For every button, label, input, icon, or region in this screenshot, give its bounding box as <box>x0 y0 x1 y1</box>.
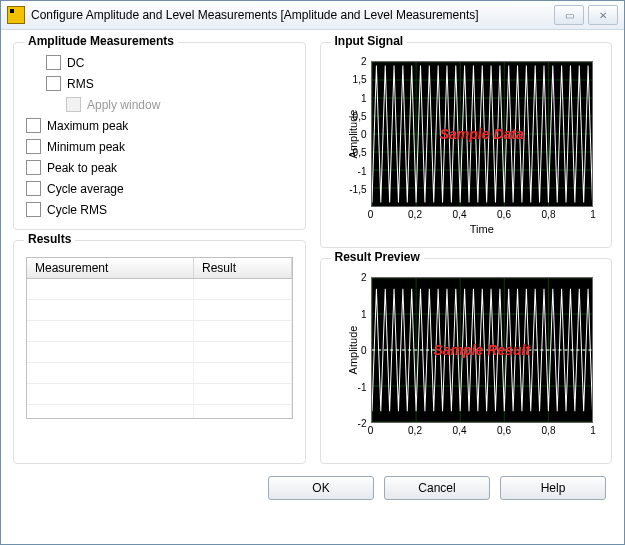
y-tick: -1 <box>358 381 367 392</box>
x-axis-label: Time <box>470 223 494 235</box>
options-list: DC RMS Apply window Maximum peak Minimum… <box>26 55 293 217</box>
y-tick: -1 <box>358 165 367 176</box>
x-tick: 0,2 <box>408 425 422 436</box>
ok-button[interactable]: OK <box>268 476 374 500</box>
close-button[interactable]: ✕ <box>588 5 618 25</box>
checkbox-label: Apply window <box>87 98 160 112</box>
table-header: Measurement Result <box>27 258 292 279</box>
col-measurement[interactable]: Measurement <box>27 258 194 278</box>
checkbox-label: RMS <box>67 77 94 91</box>
x-tick: 0 <box>368 425 374 436</box>
y-axis-label: Amplitude <box>347 326 359 375</box>
dialog-body: Amplitude Measurements DC RMS Apply wind… <box>1 30 624 544</box>
group-input-signal: Input Signal Amplitude -1,5-1-0,500,511,… <box>320 42 613 248</box>
chart-input-signal: Amplitude -1,5-1-0,500,511,52 Sample Dat… <box>333 55 600 235</box>
y-tick: 1,5 <box>353 74 367 85</box>
table-row[interactable] <box>27 363 292 384</box>
table-row[interactable] <box>27 342 292 363</box>
results-table[interactable]: Measurement Result <box>26 257 293 419</box>
plot-area: Sample Result <box>371 277 594 423</box>
checkbox-rms[interactable]: RMS <box>46 76 293 91</box>
help-context-button[interactable]: ▭ <box>554 5 584 25</box>
y-tick: -0,5 <box>349 147 366 158</box>
help-button[interactable]: Help <box>500 476 606 500</box>
table-row[interactable] <box>27 279 292 300</box>
x-tick: 0 <box>368 209 374 220</box>
checkbox-cycle-rms[interactable]: Cycle RMS <box>26 202 293 217</box>
col-result[interactable]: Result <box>194 258 292 278</box>
y-tick: 0 <box>361 129 367 140</box>
table-row[interactable] <box>27 300 292 321</box>
group-legend: Results <box>24 232 75 246</box>
checkbox-label: Peak to peak <box>47 161 117 175</box>
checkbox-label: DC <box>67 56 84 70</box>
chart-result-preview: Amplitude -2-1012 Sample Result 00,20,40… <box>333 271 600 451</box>
x-tick: 0,6 <box>497 209 511 220</box>
group-legend: Result Preview <box>331 250 424 264</box>
dialog-buttons: OK Cancel Help <box>13 472 612 502</box>
checkbox-peak-to-peak[interactable]: Peak to peak <box>26 160 293 175</box>
columns: Amplitude Measurements DC RMS Apply wind… <box>13 42 612 464</box>
x-tick: 0,4 <box>453 209 467 220</box>
y-tick: 0 <box>361 345 367 356</box>
group-legend: Amplitude Measurements <box>24 34 178 48</box>
checkbox-dc[interactable]: DC <box>46 55 293 70</box>
x-tick: 0,4 <box>453 425 467 436</box>
y-tick: 1 <box>361 92 367 103</box>
y-tick: 1 <box>361 308 367 319</box>
x-tick: 1 <box>590 425 596 436</box>
chart: Amplitude -1,5-1-0,500,511,52 Sample Dat… <box>333 55 600 235</box>
group-legend: Input Signal <box>331 34 408 48</box>
checkbox-label: Minimum peak <box>47 140 125 154</box>
x-tick: 0,6 <box>497 425 511 436</box>
group-results: Results Measurement Result <box>13 240 306 464</box>
x-tick: 0,8 <box>542 425 556 436</box>
checkbox-maximum-peak[interactable]: Maximum peak <box>26 118 293 133</box>
checkbox-icon <box>26 181 41 196</box>
overlay-text: Sample Data <box>440 126 524 142</box>
overlay-text: Sample Result <box>434 342 530 358</box>
checkbox-icon <box>46 55 61 70</box>
y-tick: 2 <box>361 272 367 283</box>
window-title: Configure Amplitude and Level Measuremen… <box>31 8 554 22</box>
x-axis: Time 00,20,40,60,81 <box>371 209 594 235</box>
x-tick: 0,8 <box>542 209 556 220</box>
dialog-window: Configure Amplitude and Level Measuremen… <box>0 0 625 545</box>
plot-area: Sample Data <box>371 61 594 207</box>
y-tick: -1,5 <box>349 183 366 194</box>
checkbox-label: Maximum peak <box>47 119 128 133</box>
cancel-button[interactable]: Cancel <box>384 476 490 500</box>
checkbox-apply-window: Apply window <box>66 97 293 112</box>
chart: Amplitude -2-1012 Sample Result 00,20,40… <box>333 271 600 451</box>
window-buttons: ▭ ✕ <box>554 5 618 25</box>
x-axis: 00,20,40,60,81 <box>371 425 594 451</box>
checkbox-cycle-average[interactable]: Cycle average <box>26 181 293 196</box>
y-tick: 0,5 <box>353 110 367 121</box>
y-axis: Amplitude -2-1012 <box>333 277 369 423</box>
table-row[interactable] <box>27 321 292 342</box>
titlebar[interactable]: Configure Amplitude and Level Measuremen… <box>1 1 624 30</box>
checkbox-icon <box>26 160 41 175</box>
checkbox-label: Cycle average <box>47 182 124 196</box>
x-tick: 0,2 <box>408 209 422 220</box>
right-column: Input Signal Amplitude -1,5-1-0,500,511,… <box>320 42 613 464</box>
checkbox-minimum-peak[interactable]: Minimum peak <box>26 139 293 154</box>
table-row[interactable] <box>27 384 292 405</box>
checkbox-icon <box>46 76 61 91</box>
group-result-preview: Result Preview Amplitude -2-1012 Sample … <box>320 258 613 464</box>
x-tick: 1 <box>590 209 596 220</box>
checkbox-icon <box>66 97 81 112</box>
checkbox-icon <box>26 118 41 133</box>
y-axis: Amplitude -1,5-1-0,500,511,52 <box>333 61 369 207</box>
y-tick: 2 <box>361 56 367 67</box>
group-amplitude-measurements: Amplitude Measurements DC RMS Apply wind… <box>13 42 306 230</box>
checkbox-icon <box>26 139 41 154</box>
app-icon <box>7 6 25 24</box>
checkbox-label: Cycle RMS <box>47 203 107 217</box>
table-row[interactable] <box>27 405 292 419</box>
y-tick: -2 <box>358 418 367 429</box>
left-column: Amplitude Measurements DC RMS Apply wind… <box>13 42 306 464</box>
checkbox-icon <box>26 202 41 217</box>
